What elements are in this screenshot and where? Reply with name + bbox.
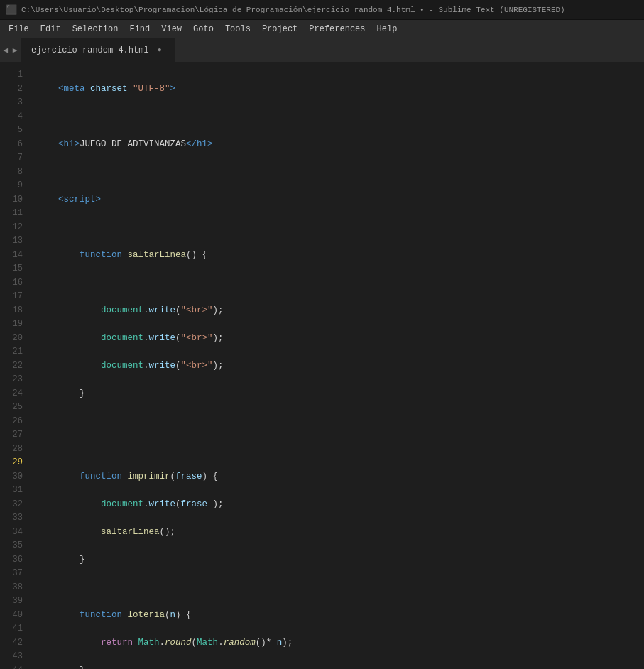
menu-project[interactable]: Project bbox=[256, 22, 303, 36]
menu-find[interactable]: Find bbox=[124, 22, 155, 36]
menu-edit[interactable]: Edit bbox=[35, 22, 67, 36]
title-text: C:\Users\Usuario\Desktop\Programacion\Ló… bbox=[21, 6, 565, 14]
menu-bar: File Edit Selection Find View Goto Tools… bbox=[0, 20, 644, 38]
menu-tools[interactable]: Tools bbox=[219, 22, 256, 36]
tab-file[interactable]: ejercicio random 4.html ● bbox=[21, 38, 175, 62]
app-icon: ⬛ bbox=[6, 4, 17, 16]
line-numbers: 1 2 3 4 5 6 7 8 9 10 11 12 13 14 15 16 1… bbox=[0, 62, 30, 669]
menu-view[interactable]: View bbox=[155, 22, 187, 36]
menu-goto[interactable]: Goto bbox=[187, 22, 219, 36]
tab-close[interactable]: ● bbox=[155, 45, 165, 55]
sidebar-toggle[interactable]: ◀ ▶ bbox=[0, 38, 21, 62]
menu-preferences[interactable]: Preferences bbox=[303, 22, 371, 36]
menu-help[interactable]: Help bbox=[371, 22, 403, 36]
code-area[interactable]: <meta charset="UTF-8"> <h1>JUEGO DE ADIV… bbox=[30, 62, 644, 669]
menu-selection[interactable]: Selection bbox=[67, 22, 124, 36]
tab-bar: ◀ ▶ ejercicio random 4.html ● bbox=[0, 38, 644, 62]
editor: 1 2 3 4 5 6 7 8 9 10 11 12 13 14 15 16 1… bbox=[0, 62, 644, 669]
tab-label: ejercicio random 4.html bbox=[31, 45, 149, 55]
title-bar: ⬛ C:\Users\Usuario\Desktop\Programacion\… bbox=[0, 0, 644, 20]
menu-file[interactable]: File bbox=[3, 22, 35, 36]
